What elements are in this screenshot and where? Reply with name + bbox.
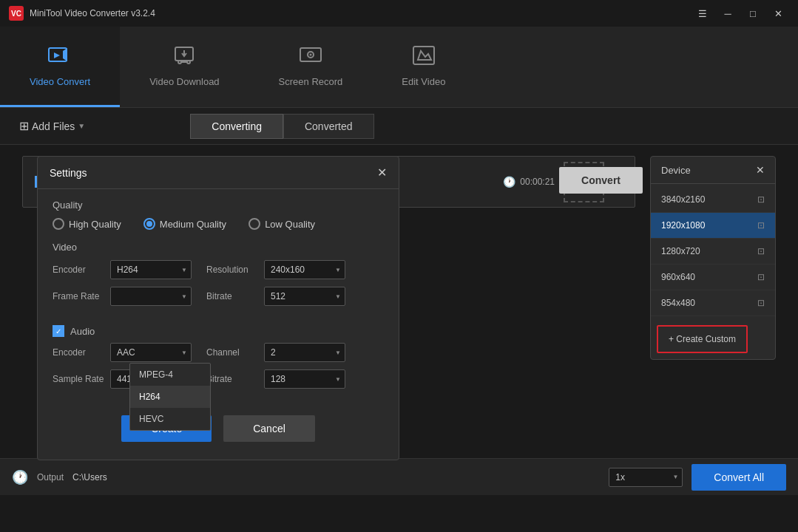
high-quality-label: High Quality [69,219,121,230]
encoder-option-h264[interactable]: H264 [130,386,210,408]
nav-bar: Video Convert Video Download Screen Reco… [0,27,798,108]
audio-checkbox[interactable] [53,325,64,337]
video-section-label: Video [53,242,384,253]
video-bitrate-select-wrapper: 512 128 256 1024 [264,287,345,306]
video-section: Video Encoder H264 MPEG-4 HEVC Resolutio… [38,234,399,321]
tab-group: Converting Converted [190,114,373,139]
convert-all-button[interactable]: Convert All [692,464,786,491]
cancel-button[interactable]: Cancel [223,415,315,442]
resolution-panel: Device ✕ 3840x2160 ⊡ 1920x1080 ⊡ 1280x72… [650,156,776,360]
resolution-3840-label: 3840x2160 [661,194,705,205]
low-quality-radio[interactable] [248,218,260,230]
encoder-option-hevc[interactable]: HEVC [130,408,210,430]
medium-quality-radio[interactable] [143,218,155,230]
clock-icon: 🕐 [503,176,515,188]
nav-screen-record[interactable]: Screen Record [249,27,373,107]
high-quality-option[interactable]: High Quality [53,218,121,230]
audio-bitrate-field: Bitrate 128 64 192 320 [206,369,345,389]
output-path: C:\Users [72,472,600,482]
channel-select-wrapper: 2 1 [264,343,345,362]
toolbar: ⊞ Add Files ▼ Converting Converted [0,108,798,145]
framerate-select[interactable]: 24 30 60 [110,287,192,306]
add-files-button[interactable]: ⊞ Add Files ▼ [12,115,92,137]
low-quality-option[interactable]: Low Quality [248,218,315,230]
audio-bitrate-label: Bitrate [206,374,258,384]
dialog-close-button[interactable]: ✕ [377,166,387,180]
dialog-header: Settings ✕ [38,157,399,189]
audio-bitrate-select-wrapper: 128 64 192 320 [264,369,345,389]
resolution-select[interactable]: 240x160 480x320 720x480 1280x720 1920x10… [264,260,345,279]
framerate-row: Frame Rate 24 30 60 Bitrate 5 [53,287,384,306]
create-custom-button[interactable]: + Create Custom [657,325,748,353]
quality-label: Quality [53,200,384,211]
encoder-row: Encoder H264 MPEG-4 HEVC Resolution 240x… [53,260,384,279]
audio-encoder-label: Encoder [53,347,104,358]
framerate-field: Frame Rate 24 30 60 [53,287,192,306]
speed-select-wrapper: 1x 2x 4x 8x [609,468,683,487]
speed-select[interactable]: 1x 2x 4x 8x [609,468,683,487]
menu-button[interactable]: ☰ [692,5,714,21]
video-bitrate-select[interactable]: 512 128 256 1024 [264,287,345,306]
nav-video-convert[interactable]: Video Convert [0,27,120,107]
resolution-1280-label: 1280x720 [661,246,700,256]
nav-video-download[interactable]: Video Download [120,27,248,107]
video-bitrate-label: Bitrate [206,291,258,301]
resolution-960-label: 960x640 [661,272,695,282]
encoder-dropdown: MPEG-4 H264 HEVC [129,363,211,431]
channel-field: Channel 2 1 [206,343,345,362]
maximize-button[interactable]: □ [742,5,764,21]
audio-bitrate-select[interactable]: 128 64 192 320 [264,369,345,389]
close-button[interactable]: ✕ [767,5,789,21]
nav-screen-record-label: Screen Record [279,76,343,87]
resolution-3840-edit-icon[interactable]: ⊡ [757,194,765,205]
tab-converting[interactable]: Converting [190,114,283,139]
audio-label: Audio [70,326,95,337]
low-quality-label: Low Quality [265,219,315,230]
resolution-label: Resolution [206,265,258,275]
title-bar-controls: ☰ ─ □ ✕ [692,5,789,21]
dialog-buttons: Create Cancel [38,400,399,445]
medium-quality-option[interactable]: Medium Quality [143,218,226,230]
resolution-item-854[interactable]: 854x480 ⊡ [651,290,775,316]
resolution-960-edit-icon[interactable]: ⊡ [757,272,765,282]
nav-edit-video[interactable]: Edit Video [372,27,475,107]
tab-converted[interactable]: Converted [283,114,374,139]
main-area: : 2 🕐 00:00:21 ↖ ✎ Convert Settings ✕ Qu… [0,145,798,495]
resolution-1280-edit-icon[interactable]: ⊡ [757,246,765,256]
app-title: MiniTool Video Converter v3.2.4 [30,8,155,18]
convert-button[interactable]: Convert [559,167,643,194]
nav-video-convert-label: Video Convert [30,76,90,87]
resolution-item-1280[interactable]: 1280x720 ⊡ [651,239,775,265]
resolution-1920-label: 1920x1080 [661,220,705,231]
high-quality-radio[interactable] [53,218,64,230]
resolution-item-3840[interactable]: 3840x2160 ⊡ [651,187,775,213]
minimize-button[interactable]: ─ [717,5,739,21]
resolution-panel-title: Device [661,165,691,176]
resolution-854-edit-icon[interactable]: ⊡ [757,298,765,308]
audio-encoder-select[interactable]: AAC MP3 [110,343,192,362]
channel-select[interactable]: 2 1 [264,343,345,362]
resolution-panel-close[interactable]: ✕ [756,164,765,176]
resolution-item-960[interactable]: 960x640 ⊡ [651,265,775,290]
encoder-field: Encoder H264 MPEG-4 HEVC [53,260,192,279]
audio-checkbox-label[interactable]: Audio [53,325,384,337]
resolution-select-wrapper: 240x160 480x320 720x480 1280x720 1920x10… [264,260,345,279]
screen-record-icon [299,45,322,70]
encoder-label: Encoder [53,265,104,275]
add-files-dropdown-icon[interactable]: ▼ [78,122,85,130]
title-bar: VC MiniTool Video Converter v3.2.4 ☰ ─ □… [0,0,798,27]
channel-label: Channel [206,347,258,358]
framerate-label: Frame Rate [53,291,104,301]
encoder-option-mpeg4[interactable]: MPEG-4 [130,364,210,386]
bottom-bar: 🕐 Output C:\Users 1x 2x 4x 8x Convert Al… [0,458,798,495]
resolution-item-1920[interactable]: 1920x1080 ⊡ [651,213,775,239]
audio-section: Audio Encoder AAC MP3 Channel [38,321,399,400]
dialog-title: Settings [50,167,87,179]
app-logo: VC [9,6,24,21]
clip-info: 🕐 00:00:21 [503,176,555,188]
add-icon: ⊞ [19,119,29,133]
sample-rate-label: Sample Rate [53,374,104,384]
encoder-select[interactable]: H264 MPEG-4 HEVC [110,260,192,279]
resolution-1920-edit-icon[interactable]: ⊡ [757,220,765,231]
resolution-field: Resolution 240x160 480x320 720x480 1280x… [206,260,345,279]
